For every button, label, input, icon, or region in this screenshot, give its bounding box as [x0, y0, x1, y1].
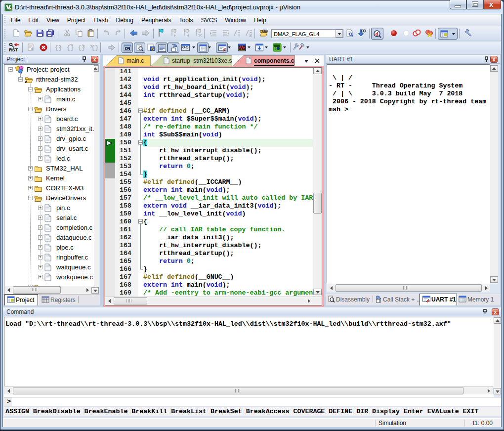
svg-text:d: d — [376, 31, 378, 37]
svg-text:{}: {} — [55, 44, 62, 51]
svg-text:RST: RST — [9, 47, 18, 52]
svg-text:{}: {} — [91, 44, 98, 51]
svg-text:5: 5 — [9, 7, 11, 11]
svg-text:S: S — [151, 46, 154, 51]
svg-text:{}: {} — [67, 44, 74, 51]
